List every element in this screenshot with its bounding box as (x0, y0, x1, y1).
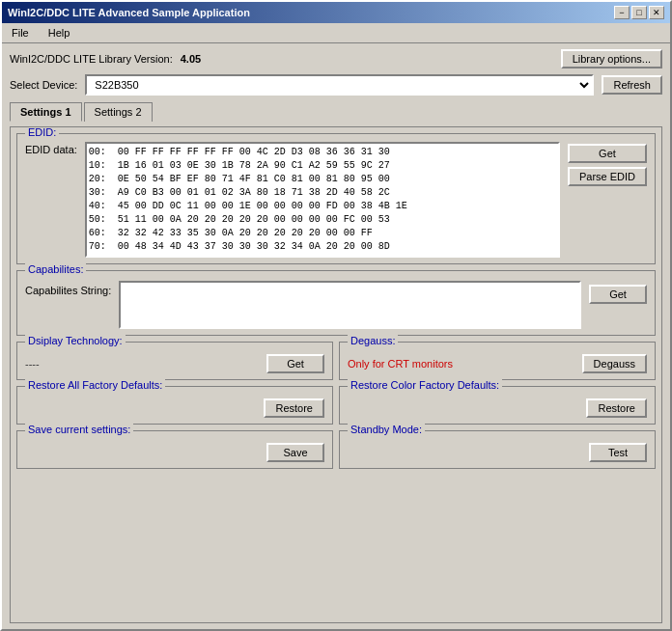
main-window: WinI2C/DDC LITE Advanced Sample Applicat… (0, 0, 672, 631)
library-version-row: WinI2C/DDC LITE Library Version: 4.05 Li… (10, 49, 662, 69)
capabilities-row: Capabilites String: Get (25, 281, 647, 329)
tab-settings2[interactable]: Settings 2 (84, 102, 153, 122)
row2-sections: Restore All Factory Defaults: Restore Re… (16, 386, 656, 425)
restore-factory-content: Restore (25, 398, 324, 418)
edid-section: EDID: EDID data: Get Parse EDID (16, 133, 656, 264)
restore-factory-button[interactable]: Restore (264, 398, 324, 418)
restore-color-section: Restore Color Factory Defaults: Restore (339, 386, 656, 425)
display-technology-section: Dsiplay Technology: ---- Get (16, 342, 333, 380)
select-device-label: Select Device: (10, 79, 77, 91)
capabilities-section: Capabilites: Capabilites String: Get (16, 270, 656, 336)
capabilities-string-field[interactable] (119, 281, 581, 329)
standby-label: Standby Mode: (348, 424, 425, 435)
tab-settings1[interactable]: Settings 1 (10, 102, 82, 122)
menu-file[interactable]: File (6, 25, 35, 41)
restore-factory-section: Restore All Factory Defaults: Restore (16, 386, 333, 425)
capabilities-get-button[interactable]: Get (589, 285, 647, 304)
degauss-button[interactable]: Degauss (582, 354, 647, 373)
save-button[interactable]: Save (266, 443, 324, 462)
edid-buttons: Get Parse EDID (568, 142, 647, 186)
main-panel: EDID: EDID data: Get Parse EDID Capabili… (10, 126, 662, 623)
display-technology-get-button[interactable]: Get (266, 354, 324, 373)
refresh-button[interactable]: Refresh (602, 75, 662, 95)
edid-row: EDID data: Get Parse EDID (25, 142, 647, 258)
row1-sections: Dsiplay Technology: ---- Get Degauss: On… (16, 342, 656, 380)
standby-content: Test (348, 443, 647, 462)
display-technology-value: ---- (25, 358, 40, 370)
close-button[interactable]: ✕ (649, 6, 664, 19)
edid-data-field[interactable] (85, 142, 560, 258)
menu-help[interactable]: Help (42, 25, 76, 41)
save-settings-content: Save (25, 443, 324, 462)
parse-edid-button[interactable]: Parse EDID (568, 167, 647, 186)
capabilities-string-label: Capabilites String: (25, 285, 111, 296)
degauss-section: Degauss: Only for CRT monitors Degauss (339, 342, 656, 380)
library-options-button[interactable]: Library options... (561, 49, 662, 69)
row3-sections: Save current settings: Save Standby Mode… (16, 430, 656, 469)
edid-get-button[interactable]: Get (568, 144, 647, 163)
title-bar: WinI2C/DDC LITE Advanced Sample Applicat… (2, 2, 670, 23)
display-technology-content: ---- Get (25, 354, 324, 373)
tabs-row: Settings 1 Settings 2 (10, 101, 662, 121)
display-technology-label: Dsiplay Technology: (25, 335, 126, 346)
edid-section-label: EDID: (25, 126, 59, 138)
save-settings-label: Save current settings: (25, 424, 133, 435)
library-version-value: 4.05 (181, 53, 201, 65)
edid-data-label: EDID data: (25, 144, 77, 155)
degauss-note: Only for CRT monitors (348, 358, 453, 370)
test-button[interactable]: Test (589, 443, 647, 462)
menu-bar: File Help (2, 23, 670, 43)
title-bar-buttons: − □ ✕ (614, 6, 664, 19)
save-settings-section: Save current settings: Save (16, 430, 333, 469)
restore-color-content: Restore (348, 398, 647, 418)
library-version-label: WinI2C/DDC LITE Library Version: (10, 53, 173, 65)
restore-color-button[interactable]: Restore (586, 398, 647, 418)
restore-factory-label: Restore All Factory Defaults: (25, 379, 165, 391)
bottom-sections: Dsiplay Technology: ---- Get Degauss: On… (16, 342, 656, 469)
content-area: WinI2C/DDC LITE Library Version: 4.05 Li… (2, 43, 670, 629)
restore-color-label: Restore Color Factory Defaults: (348, 379, 502, 391)
device-select[interactable]: S22B350 (85, 74, 594, 96)
select-device-row: Select Device: S22B350 Refresh (10, 74, 662, 96)
capabilities-section-label: Capabilites: (25, 263, 86, 275)
standby-section: Standby Mode: Test (339, 430, 656, 469)
minimize-button[interactable]: − (614, 6, 630, 19)
degauss-label: Degauss: (348, 335, 398, 346)
window-title: WinI2C/DDC LITE Advanced Sample Applicat… (8, 7, 250, 18)
maximize-button[interactable]: □ (631, 6, 647, 19)
degauss-content: Only for CRT monitors Degauss (348, 354, 647, 373)
